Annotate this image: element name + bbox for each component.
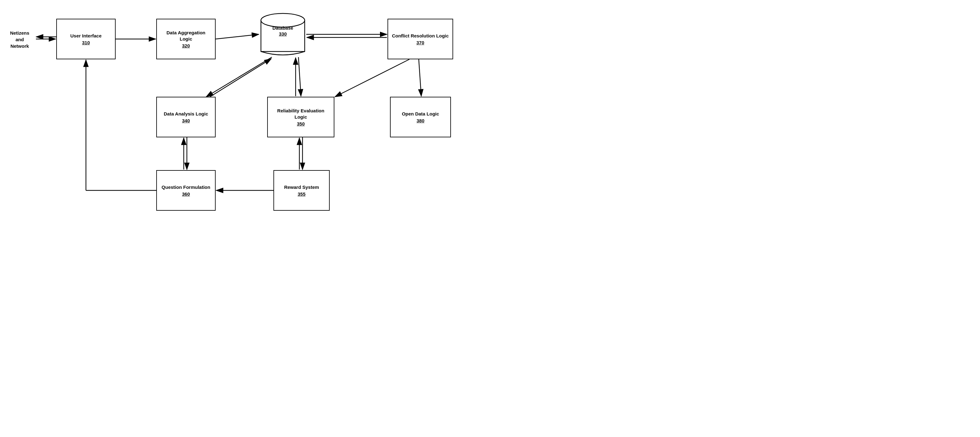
diagram: Netizens and Network User Interface 310 …	[0, 0, 490, 218]
dal-title: Data Aggregation Logic	[161, 30, 211, 42]
question-title: Question Formulation	[162, 184, 210, 190]
reliability-title: Reliability Evaluation Logic	[272, 108, 330, 120]
analysis-title: Data Analysis Logic	[164, 111, 208, 117]
open-data-box: Open Data Logic 380	[390, 97, 451, 137]
svg-line-10	[206, 57, 272, 97]
netizens-label: Netizens and Network	[6, 30, 34, 49]
question-number: 360	[182, 192, 190, 197]
analysis-number: 340	[182, 118, 190, 123]
ui-title: User Interface	[70, 33, 102, 39]
open-title: Open Data Logic	[402, 111, 439, 117]
svg-line-14	[335, 59, 409, 97]
db-title: Database	[272, 25, 293, 30]
conflict-resolution-box: Conflict Resolution Logic 370	[388, 19, 453, 59]
reward-box: Reward System 355	[274, 170, 330, 211]
dal-number: 320	[182, 43, 190, 48]
conflict-title: Conflict Resolution Logic	[392, 33, 449, 39]
svg-line-12	[298, 57, 301, 96]
open-number: 380	[417, 118, 425, 123]
svg-line-7	[216, 34, 259, 39]
reward-title: Reward System	[284, 184, 319, 190]
reliability-number: 350	[297, 121, 305, 127]
data-analysis-box: Data Analysis Logic 340	[156, 97, 216, 137]
question-box: Question Formulation 360	[156, 170, 216, 211]
user-interface-box: User Interface 310	[56, 19, 116, 59]
data-aggregation-box: Data Aggregation Logic 320	[156, 19, 216, 59]
svg-line-15	[419, 59, 421, 96]
svg-line-11	[210, 59, 271, 97]
ui-number: 310	[82, 40, 90, 45]
db-number: 330	[279, 31, 286, 36]
conflict-number: 370	[416, 40, 424, 45]
database-cylinder: Database 330	[259, 8, 306, 58]
reliability-box: Reliability Evaluation Logic 350	[267, 97, 334, 137]
reward-number: 355	[298, 192, 305, 197]
